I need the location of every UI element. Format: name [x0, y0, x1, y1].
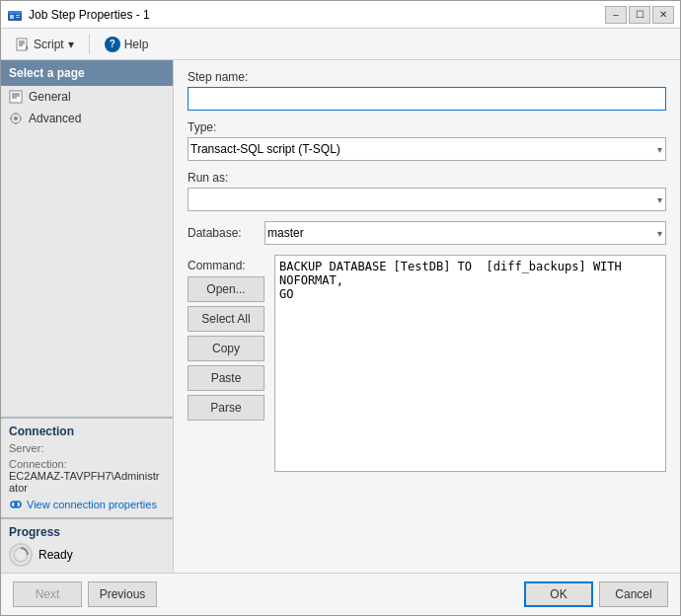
- svg-point-21: [15, 501, 21, 507]
- database-select[interactable]: master model msdb tempdb: [265, 221, 666, 245]
- view-connection-link[interactable]: View connection properties: [9, 498, 165, 511]
- step-name-input[interactable]: [188, 87, 666, 111]
- script-dropdown-arrow: ▾: [68, 38, 74, 51]
- runas-label: Run as:: [188, 171, 666, 185]
- general-icon: [9, 90, 23, 104]
- progress-spinner: [9, 543, 33, 567]
- ok-button[interactable]: OK: [524, 581, 593, 607]
- script-button[interactable]: Script ▾: [9, 35, 81, 54]
- server-label: Server:: [9, 442, 165, 454]
- sidebar-nav: General Advanced: [1, 86, 173, 417]
- connection-link-icon: [9, 498, 23, 511]
- script-label: Script: [34, 38, 64, 51]
- toolbar: Script ▾ ? Help: [1, 29, 680, 60]
- paste-button[interactable]: Paste: [188, 365, 265, 391]
- type-select-wrapper: Transact-SQL script (T-SQL) ActiveX Scri…: [188, 137, 666, 161]
- main-content: Select a page General: [1, 60, 680, 573]
- type-label: Type:: [188, 120, 666, 134]
- sidebar-header: Select a page: [1, 60, 173, 86]
- type-row: Type: Transact-SQL script (T-SQL) Active…: [188, 120, 666, 161]
- view-connection-text: View connection properties: [27, 499, 157, 510]
- connection-value: EC2AMAZ-TAVPFH7\Administrator: [9, 470, 165, 494]
- runas-row: Run as: ▾: [188, 171, 666, 211]
- command-left: Command: Open... Select All Copy Paste P…: [188, 255, 266, 472]
- toolbar-separator: [89, 35, 90, 54]
- svg-rect-1: [8, 11, 22, 14]
- sidebar-item-general[interactable]: General: [1, 86, 173, 108]
- step-name-label: Step name:: [188, 70, 666, 84]
- previous-button[interactable]: Previous: [88, 581, 157, 607]
- sidebar-progress-section: Progress Ready: [1, 517, 173, 573]
- svg-rect-3: [16, 15, 20, 16]
- main-window: Job Step Properties - 1 – ☐ ✕ Script ▾ ?…: [0, 0, 681, 616]
- minimize-button[interactable]: –: [605, 6, 627, 24]
- database-select-inner: master model msdb tempdb ▾: [265, 221, 666, 245]
- footer: Next Previous OK Cancel: [1, 573, 680, 615]
- sidebar-general-label: General: [29, 90, 71, 104]
- help-icon: ?: [105, 37, 120, 52]
- database-select-wrapper: master model msdb tempdb ▾: [265, 221, 666, 245]
- window-controls: – ☐ ✕: [605, 6, 674, 24]
- form-area: Step name: Type: Transact-SQL script (T-…: [174, 60, 680, 573]
- command-label: Command:: [188, 255, 266, 272]
- sidebar-connection-section: Connection Server: Connection: EC2AMAZ-T…: [1, 417, 173, 517]
- ok-cancel-area: OK Cancel: [524, 581, 668, 607]
- runas-select-wrapper: ▾: [188, 188, 666, 211]
- parse-button[interactable]: Parse: [188, 395, 265, 421]
- help-button[interactable]: ? Help: [98, 34, 156, 55]
- footer-nav: Next Previous: [13, 581, 157, 607]
- command-textarea[interactable]: [274, 255, 666, 472]
- progress-area: Ready: [9, 543, 165, 567]
- progress-title: Progress: [9, 525, 165, 539]
- next-button[interactable]: Next: [13, 581, 82, 607]
- ready-label: Ready: [38, 548, 73, 562]
- advanced-icon: [9, 112, 23, 125]
- script-icon: [16, 38, 30, 51]
- connection-label: Connection:: [9, 458, 165, 470]
- open-button[interactable]: Open...: [188, 276, 265, 302]
- help-label: Help: [124, 38, 149, 51]
- cancel-button[interactable]: Cancel: [599, 581, 668, 607]
- maximize-button[interactable]: ☐: [629, 6, 650, 24]
- copy-button[interactable]: Copy: [188, 336, 265, 361]
- sidebar-advanced-label: Advanced: [29, 112, 81, 125]
- window-icon: [7, 7, 23, 23]
- database-label: Database:: [188, 226, 257, 240]
- svg-point-15: [14, 116, 18, 120]
- select-all-button[interactable]: Select All: [188, 306, 265, 332]
- sidebar-item-advanced[interactable]: Advanced: [1, 108, 173, 129]
- command-area: Command: Open... Select All Copy Paste P…: [188, 255, 666, 472]
- connection-title: Connection: [9, 424, 165, 438]
- runas-select[interactable]: [188, 188, 666, 211]
- svg-rect-5: [17, 38, 27, 50]
- svg-rect-4: [16, 17, 20, 18]
- svg-rect-10: [10, 91, 22, 103]
- window-title: Job Step Properties - 1: [29, 8, 605, 22]
- step-name-row: Step name:: [188, 70, 666, 111]
- close-button[interactable]: ✕: [652, 6, 674, 24]
- sidebar: Select a page General: [1, 60, 174, 573]
- database-row: Database: master model msdb tempdb ▾: [188, 221, 666, 245]
- type-select[interactable]: Transact-SQL script (T-SQL) ActiveX Scri…: [188, 137, 666, 161]
- svg-rect-2: [10, 15, 14, 19]
- title-bar: Job Step Properties - 1 – ☐ ✕: [1, 1, 680, 29]
